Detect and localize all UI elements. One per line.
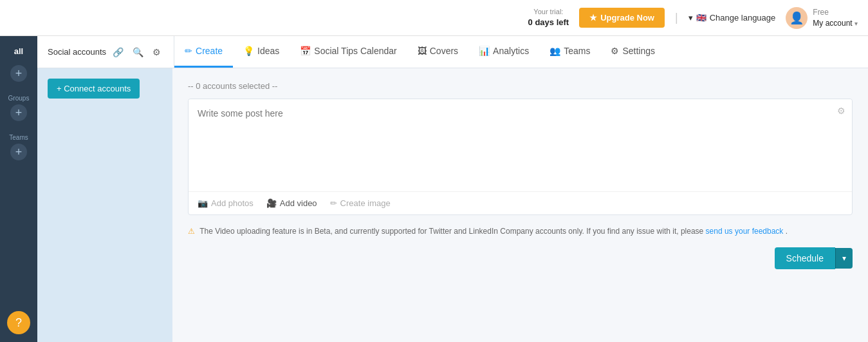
pencil-icon: ✏ <box>330 198 337 208</box>
social-accounts-link-icon[interactable]: 🔗 <box>110 46 126 59</box>
tab-analytics[interactable]: 📊 Analytics <box>468 36 539 68</box>
schedule-button[interactable]: Schedule <box>775 247 835 269</box>
schedule-dropdown-button[interactable]: ▾ <box>835 248 853 269</box>
teams-icon: 👥 <box>549 46 560 56</box>
main-content: -- 0 accounts selected -- ⚙ 📷 Add photos… <box>172 68 868 342</box>
tab-ideas[interactable]: 💡 Ideas <box>233 36 290 68</box>
tab-teams[interactable]: 👥 Teams <box>539 36 600 68</box>
ideas-icon: 💡 <box>243 46 254 56</box>
post-textarea[interactable] <box>189 99 852 189</box>
settings-icon: ⚙ <box>611 46 619 56</box>
help-icon: ? <box>15 316 22 330</box>
tab-social-tips-calendar[interactable]: 📅 Social Tips Calendar <box>290 36 407 68</box>
create-icon: ✏ <box>185 46 192 56</box>
free-label: Free <box>813 7 858 18</box>
topbar: Your trial: 0 days left ★ Upgrade Now | … <box>0 0 868 36</box>
schedule-section: Schedule ▾ <box>188 247 853 269</box>
sidebar-groups-label: Groups <box>8 95 30 102</box>
social-accounts-search-icon[interactable]: 🔍 <box>130 46 146 59</box>
flag-icon: 🇬🇧 <box>696 13 706 23</box>
left-panel: + Connect accounts <box>37 68 172 342</box>
sidebar-teams-label: Teams <box>9 134 28 141</box>
beta-notice: ⚠ The Video uploading feature is in Beta… <box>188 225 853 237</box>
star-icon: ★ <box>589 13 597 23</box>
calendar-icon: 📅 <box>300 46 311 56</box>
camera-icon: 📷 <box>198 198 208 208</box>
add-photos-button[interactable]: 📷 Add photos <box>198 198 254 208</box>
avatar: 👤 <box>786 7 808 29</box>
main-layout: all + Groups + Teams + ? Social accounts… <box>0 36 868 342</box>
create-image-button[interactable]: ✏ Create image <box>330 198 391 208</box>
accounts-selected: -- 0 accounts selected -- <box>188 81 853 91</box>
tab-covers[interactable]: 🖼 Covers <box>407 36 468 68</box>
sidebar-groups-add-button[interactable]: + <box>10 104 27 121</box>
nav-tabs: ✏ Create 💡 Ideas 📅 Social Tips Calendar … <box>174 36 868 68</box>
sidebar: all + Groups + Teams + ? <box>0 36 37 342</box>
account-section[interactable]: 👤 Free My account ▾ <box>786 7 858 29</box>
separator: | <box>675 11 678 24</box>
post-gear-button[interactable]: ⚙ <box>837 106 845 116</box>
account-text: Free My account ▾ <box>813 7 858 29</box>
tab-create[interactable]: ✏ Create <box>174 36 233 68</box>
change-language-button[interactable]: ▾ 🇬🇧 Change language <box>688 13 776 23</box>
sidebar-all-button[interactable]: all <box>10 43 27 60</box>
upgrade-button[interactable]: ★ Upgrade Now <box>579 8 665 28</box>
avatar-icon: 👤 <box>790 11 804 25</box>
covers-icon: 🖼 <box>418 46 427 56</box>
tab-settings[interactable]: ⚙ Settings <box>600 36 665 68</box>
analytics-icon: 📊 <box>479 46 490 56</box>
media-actions: 📷 Add photos 🎥 Add video ✏ Create image <box>189 191 852 214</box>
trial-label: Your trial: <box>528 7 569 17</box>
post-editor: ⚙ 📷 Add photos 🎥 Add video ✏ Create im <box>188 99 853 215</box>
video-icon: 🎥 <box>266 198 277 208</box>
account-label: My account ▾ <box>813 18 858 29</box>
help-button[interactable]: ? <box>7 311 30 334</box>
trial-days: 0 days left <box>528 17 569 28</box>
change-language-label: Change language <box>710 13 776 23</box>
sidebar-teams-add-button[interactable]: + <box>10 144 27 160</box>
chevron-down-icon: ▾ <box>854 20 858 27</box>
chevron-down-icon: ▾ <box>688 13 693 23</box>
nav-row: Social accounts 🔗 🔍 ⚙ ✏ Create 💡 Ideas 📅… <box>37 36 868 68</box>
social-accounts-section: Social accounts 🔗 🔍 ⚙ <box>37 36 174 68</box>
sidebar-add-button[interactable]: + <box>10 65 27 82</box>
inner-layout: + Connect accounts -- 0 accounts selecte… <box>37 68 868 342</box>
social-accounts-gear-icon[interactable]: ⚙ <box>150 46 163 59</box>
add-video-button[interactable]: 🎥 Add video <box>266 198 317 208</box>
warning-icon: ⚠ <box>188 227 195 236</box>
trial-info: Your trial: 0 days left <box>528 7 569 29</box>
connect-accounts-button[interactable]: + Connect accounts <box>48 79 140 99</box>
content-area: Social accounts 🔗 🔍 ⚙ ✏ Create 💡 Ideas 📅… <box>37 36 868 342</box>
beta-feedback-link[interactable]: send us your feedback <box>706 227 784 236</box>
social-accounts-label: Social accounts <box>48 47 106 57</box>
